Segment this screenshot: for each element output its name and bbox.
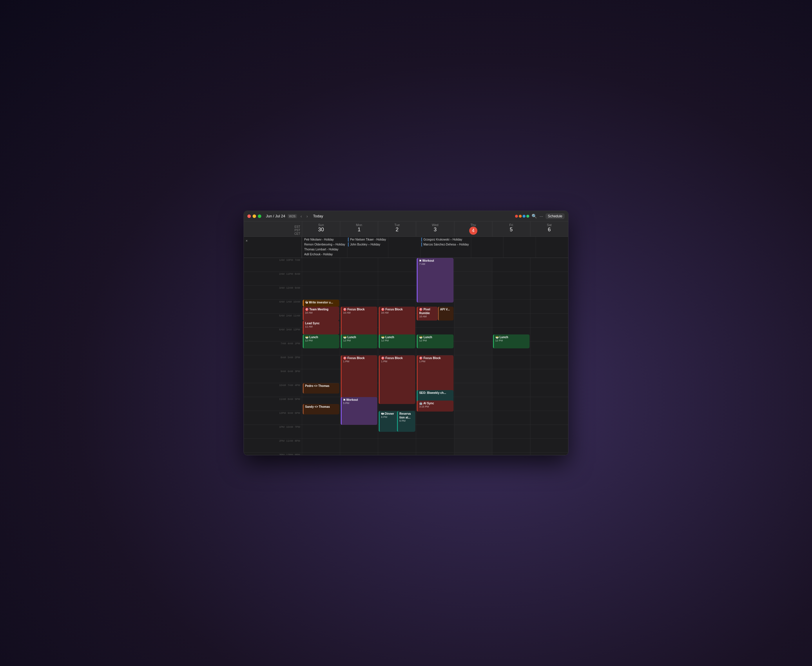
- close-button[interactable]: [247, 214, 251, 218]
- titlebar-right: 🔍 ··· Schedule: [515, 213, 565, 219]
- column-headers: EST PST CET Sun 30 Mon 1 Tue 2 Wed 3 Thu…: [244, 221, 568, 237]
- allday-event-petr[interactable]: Petr Nikolaev - Holiday: [303, 237, 347, 242]
- col-sat: Sat 6: [530, 221, 568, 236]
- event-workout-mon[interactable]: ✖ Workout 5 PM: [341, 397, 377, 425]
- col-tue: Tue 2: [378, 221, 416, 236]
- event-focus-mon-pm[interactable]: 🎯 Focus Block 1 PM: [341, 355, 377, 404]
- event-workout-wed[interactable]: ✖ Workout 7 AM: [417, 258, 453, 303]
- allday-event-per[interactable]: Per Nielsen Tikaer - Holiday: [348, 237, 387, 242]
- collapse-allday-button[interactable]: ×: [246, 239, 248, 243]
- allday-col-fri: [503, 237, 536, 258]
- schedule-view-button[interactable]: Schedule: [546, 213, 565, 219]
- day-col-fri: 🥗 Lunch 12 PM: [492, 258, 530, 455]
- event-team-meeting[interactable]: 🎯 Team Meeting 10 AM: [303, 307, 339, 321]
- today-button[interactable]: Today: [311, 213, 325, 219]
- titlebar: Jun / Jul 24 W26 ‹ › Today 🔍 ··· Schedul…: [244, 211, 568, 221]
- time-row-11am: 11AM 8AM 5PM: [244, 397, 302, 411]
- event-lead-sync[interactable]: Lead Sync 11 AM: [303, 321, 339, 335]
- color-dot-blue: [523, 215, 526, 218]
- col-fri-num: 5: [494, 227, 529, 233]
- time-row-3pm: 3PM 12PM 9PM: [244, 453, 302, 455]
- timezone-header: EST PST CET: [244, 221, 302, 236]
- allday-event-thomas[interactable]: Thomas Lombart - Holiday: [303, 247, 347, 252]
- color-dot-orange: [519, 215, 522, 218]
- week-badge: W26: [288, 214, 297, 218]
- main-grid: 1AM 10PM 7AM 2AM 11PM 8AM 3AM 12AM 9AM 4…: [244, 258, 568, 455]
- event-lunch-sun[interactable]: 🥗 Lunch 12 PM: [303, 335, 339, 348]
- event-sandy-thomas[interactable]: Sandy <> Thomas: [303, 404, 339, 414]
- col-mon-num: 1: [341, 227, 377, 233]
- event-dinner-tue[interactable]: 🍽 Dinner 6 PM: [379, 411, 398, 432]
- sun-hour-9: [302, 369, 340, 383]
- time-row-1pm: 1PM 10AM 7PM: [244, 425, 302, 439]
- minimize-button[interactable]: [253, 214, 256, 218]
- col-sat-label: Sat: [532, 223, 567, 227]
- time-row-9am: 9AM 6AM 3PM: [244, 369, 302, 383]
- day-col-wed: ✖ Workout 7 AM 🎯 Pixel Rumble 10 AM API …: [416, 258, 454, 455]
- col-sat-num: 6: [532, 227, 567, 233]
- allday-col-thu: [471, 237, 503, 258]
- time-row-5am: 5AM 2AM 11AM: [244, 313, 302, 328]
- allday-event-john[interactable]: John Buckley – Holiday: [348, 242, 387, 247]
- sun-hour-15: [302, 453, 340, 455]
- event-lunch-wed[interactable]: 🥗 Lunch 12 PM: [417, 335, 453, 348]
- next-week-button[interactable]: ›: [305, 213, 309, 219]
- calendar-color-indicators: [515, 215, 529, 218]
- time-row-12pm: 12PM 9AM 6PM: [244, 411, 302, 425]
- allday-event-adil[interactable]: Adil Erchouk - Holiday: [303, 252, 347, 257]
- more-options-button[interactable]: ···: [539, 214, 543, 219]
- time-row-8am: 8AM 5AM 2PM: [244, 355, 302, 369]
- event-api-v[interactable]: API V...: [438, 307, 453, 321]
- allday-sidebar: ×: [244, 237, 302, 258]
- col-thu-num: 4: [469, 227, 477, 235]
- event-reservation-tue[interactable]: Reserva tion at... 6 PM: [397, 411, 415, 432]
- date-range: Jun / Jul 24: [266, 214, 285, 218]
- col-wed-label: Wed: [417, 223, 453, 227]
- col-wed-num: 3: [417, 227, 453, 233]
- event-focus-tue-pm[interactable]: 🎯 Focus Block 1 PM: [379, 355, 415, 404]
- allday-event-grzegorz[interactable]: Grzegorz Krukowski – Holiday: [422, 237, 470, 242]
- sun-hour-14: [302, 439, 340, 453]
- tz-cet: CET: [246, 232, 300, 235]
- day-col-tue: 🎯 Focus Block 10 AM 🥗 Lunch 12 PM 🎯 Focu…: [378, 258, 416, 455]
- time-row-4am: 4AM 1AM 10AM: [244, 300, 302, 313]
- time-row-1am: 1AM 10PM 7AM: [244, 258, 302, 272]
- tz-est: EST: [246, 225, 300, 228]
- days-grid: 🌤 Write investor u... 🎯 Team Meeting 10 …: [302, 258, 568, 455]
- event-lunch-tue[interactable]: 🥗 Lunch 12 PM: [379, 335, 415, 348]
- event-pedro-thomas[interactable]: Pedro <> Thomas: [303, 383, 339, 394]
- col-mon: Mon 1: [340, 221, 378, 236]
- col-sun-num: 30: [303, 227, 339, 233]
- allday-event-marcos[interactable]: Marcos Sánchez-Dehesa – Holiday: [422, 242, 470, 247]
- event-ai-sync[interactable]: 🤖 AI Sync 3:15 PM: [417, 401, 453, 412]
- prev-week-button[interactable]: ‹: [299, 213, 303, 219]
- event-pixel-rumble[interactable]: 🎯 Pixel Rumble 10 AM: [417, 307, 438, 321]
- event-lunch-mon[interactable]: 🥗 Lunch 12 PM: [341, 335, 377, 348]
- col-thu: Thu 4: [454, 221, 492, 236]
- maximize-button[interactable]: [258, 214, 261, 218]
- col-sun-label: Sun: [303, 223, 339, 227]
- allday-event-remon[interactable]: Remon Oldenbeuving – Holiday: [303, 242, 347, 247]
- col-sun: Sun 30: [302, 221, 340, 236]
- day-col-mon: 🎯 Focus Block 10 AM 🥗 Lunch 12 PM 🎯 Focu…: [340, 258, 378, 455]
- sun-hour-2: [302, 272, 340, 286]
- day-col-thu: [454, 258, 492, 455]
- tz-pst: PST: [246, 229, 300, 232]
- sun-hour-13: [302, 425, 340, 439]
- allday-col-sun: Petr Nikolaev - Holiday Remon Oldenbeuvi…: [302, 237, 347, 258]
- search-button[interactable]: 🔍: [532, 214, 537, 219]
- calendar-window: Jun / Jul 24 W26 ‹ › Today 🔍 ··· Schedul…: [243, 211, 568, 455]
- sun-hour-3: [302, 286, 340, 300]
- time-row-3am: 3AM 12AM 9AM: [244, 286, 302, 300]
- sun-hour-8: [302, 355, 340, 369]
- col-tue-label: Tue: [379, 223, 415, 227]
- event-write-investor[interactable]: 🌤 Write investor u...: [303, 300, 339, 307]
- col-mon-label: Mon: [341, 223, 377, 227]
- event-lunch-fri[interactable]: 🥗 Lunch 12 PM: [493, 335, 529, 348]
- titlebar-center: Jun / Jul 24 W26 ‹ › Today: [264, 213, 513, 219]
- color-dot-green: [526, 215, 529, 218]
- col-fri: Fri 5: [492, 221, 530, 236]
- allday-section: × Petr Nikolaev - Holiday Remon Oldenbeu…: [244, 237, 568, 258]
- time-row-6am: 6AM 3AM 12PM: [244, 328, 302, 341]
- day-col-sat: [530, 258, 568, 455]
